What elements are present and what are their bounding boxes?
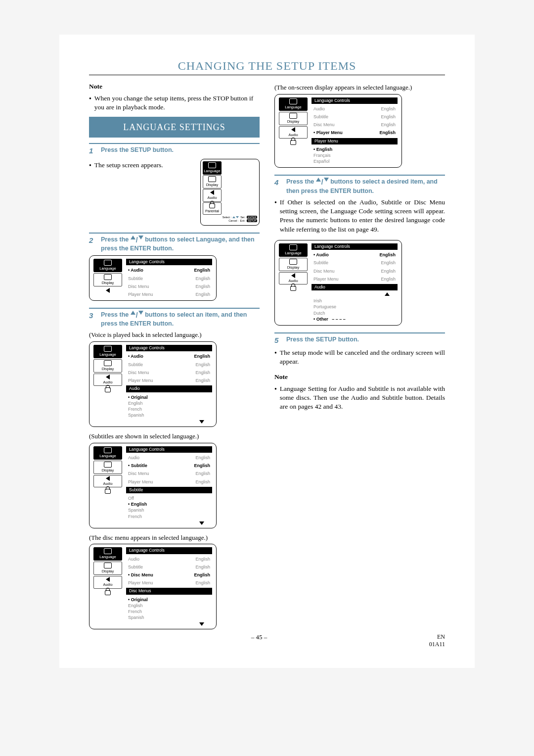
right-column: (The on-screen display appears in select… [274,80,445,634]
osd-playermenu: Language Display Audio Language Controls… [274,94,402,168]
step-2: 2 Press the / buttons to select Language… [89,236,260,252]
step4-text: If Other is selected on the Audio, Subti… [280,198,445,234]
step-divider [274,175,445,176]
tab-display: Display [93,273,122,286]
updown-icon: / [131,236,143,244]
osd-audio-other: Language Display Audio Language Controls… [274,240,402,326]
tab-display: Display [93,461,122,474]
section-banner: LANGUAGE SETTINGS [89,118,260,136]
osd-language-default: Language Display Language Controls Audio… [89,255,217,301]
scroll-down-icon [199,622,204,626]
page-title: CHANGING THE SETUP ITEMS [89,59,445,75]
step-number: 5 [274,335,281,345]
tab-language: Language [93,547,122,561]
tab-audio: Audio [93,374,122,386]
right-note-bullet: Language Setting for Audio and Subtitle … [274,384,445,412]
note-heading-2: Note [274,373,445,381]
panel-title: Language Controls [126,259,212,265]
left-column: Note When you change the setup items, pr… [89,80,260,634]
mini-tab-language: Language [203,161,222,175]
tab-audio [93,287,122,293]
step-5: 5 Press the SETUP button. [274,335,445,345]
updown-icon: / [131,311,143,320]
step-divider [89,143,260,144]
page-code: EN01A11 [429,633,445,648]
tab-display: Display [93,562,122,575]
caption-subtitle: (Subtitles are shown in selected languag… [89,432,260,441]
step-4: 4 Press the / buttons to select a desire… [274,178,445,194]
caption-voice: (Voice is played back in selected langua… [89,331,260,339]
osd-audio: Language Display Audio Language Controls… [89,341,217,427]
caption-playermenu: (The on-screen display appears in select… [274,83,445,92]
step5-paragraph: The setup mode will be canceled and the … [274,348,445,366]
title-underline [89,75,445,75]
scroll-down-icon [199,420,204,424]
step1-note-text: The setup screen appears. [94,161,163,170]
page-footer: – 45 – EN01A11 [89,633,445,648]
tab-language: Language [93,345,122,358]
tab-parental [93,590,122,596]
scroll-down-icon [199,521,204,525]
step-5-text: Press the SETUP button. [286,335,445,343]
tab-audio: Audio [279,126,308,139]
mini-footer: Select : Set : ENTER Cancel : Exit : SET… [203,216,257,223]
manual-page: CHANGING THE SETUP ITEMS Note When you c… [59,35,475,668]
tab-language: Language [279,243,308,257]
osd-discmenu: Language Display Audio Language Controls… [89,544,217,629]
page-number: – 45 – [251,633,267,648]
intro-text: When you change the setup items, press t… [94,94,260,112]
tab-parental [93,488,122,494]
step-divider [274,332,445,333]
step-3-text: Press the / buttons to select an item, a… [101,311,260,328]
step1-note: The setup screen appears. [89,161,195,170]
osd-subtitle: Language Display Audio Language Controls… [89,443,217,528]
tab-parental [279,140,308,145]
step-number: 3 [89,311,96,321]
tab-display: Display [279,258,308,271]
tab-display: Display [93,359,122,373]
tab-parental [93,387,122,393]
step-4-text: Press the / buttons to select a desired … [286,178,445,194]
step-number: 4 [274,178,281,188]
tab-language: Language [93,259,122,272]
step-2-text: Press the / buttons to select Language, … [101,236,260,252]
step-number: 1 [89,146,96,156]
tab-parental [279,285,308,291]
two-column-layout: Note When you change the setup items, pr… [89,80,445,634]
updown-icon: / [316,178,329,187]
step-3: 3 Press the / buttons to select an item,… [89,311,260,328]
setup-screen-thumb: Language Display Audio Parental Select :… [200,159,260,225]
tab-audio: Audio [93,576,122,588]
tab-language: Language [279,97,308,111]
mini-tab-parental: Parental [203,202,222,215]
note-heading: Note [89,82,260,91]
step4-paragraph: If Other is selected on the Audio, Subti… [274,198,445,234]
tab-language: Language [93,446,122,460]
step-divider [89,233,260,234]
mini-tab-display: Display [203,175,222,189]
tab-audio: Audio [279,272,308,284]
step-divider [89,308,260,309]
step-1: 1 Press the SETUP button. [89,146,260,156]
tab-display: Display [279,112,308,125]
scroll-up-icon [385,292,390,296]
step-1-text: Press the SETUP button. [101,146,260,154]
step-number: 2 [89,236,96,245]
intro-bullet: When you change the setup items, press t… [89,94,260,112]
tab-audio: Audio [93,475,122,487]
caption-discmenu: (The disc menu appears in selected langu… [89,533,260,542]
mini-tab-audio: Audio [203,189,222,201]
